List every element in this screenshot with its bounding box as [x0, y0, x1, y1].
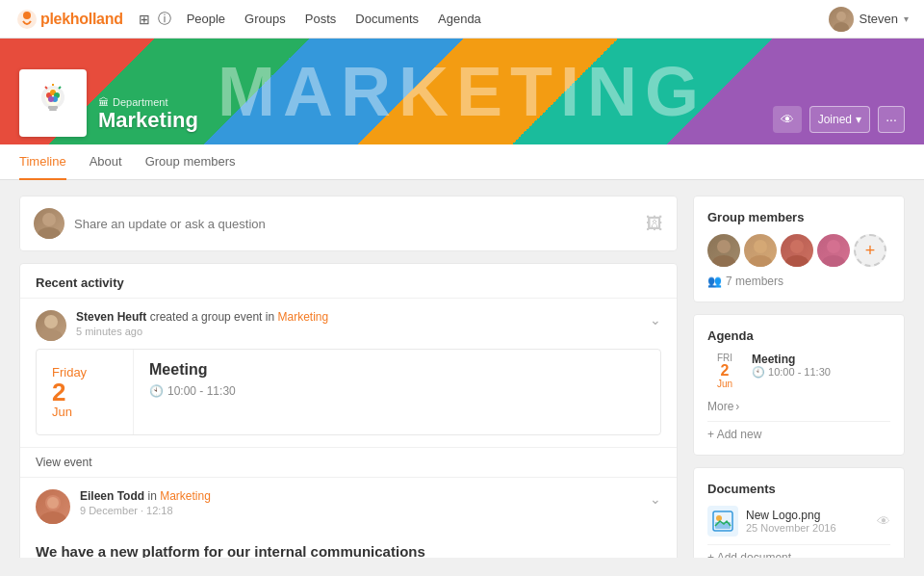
activity-text: Steven Heuft created a group event in Ma… [76, 310, 640, 324]
post-author-text: Eileen Todd in Marketing [80, 489, 640, 503]
activity-time: 5 minutes ago [76, 326, 640, 337]
add-agenda-item-button[interactable]: + Add new [707, 421, 890, 441]
share-avatar [34, 208, 64, 239]
member-avatar[interactable] [817, 234, 850, 267]
tab-group-members[interactable]: Group members [145, 144, 236, 180]
post-in-text: in [147, 489, 160, 503]
hero-actions: 👁 Joined ▾ ··· [773, 106, 905, 133]
clock-icon: 🕙 [752, 366, 765, 378]
eileen-avatar [36, 489, 70, 524]
main-layout: 🖼 Recent activity Steven Heuft [0, 180, 924, 573]
post-group-link[interactable]: Marketing [160, 489, 211, 503]
document-visibility-icon[interactable]: 👁 [877, 513, 890, 529]
member2-img [744, 234, 777, 267]
image-upload-icon[interactable]: 🖼 [646, 214, 663, 234]
view-event-link[interactable]: View event [20, 447, 677, 477]
user-menu[interactable]: Steven ▾ [829, 7, 909, 32]
building-icon: 🏛 [98, 96, 109, 108]
tab-timeline[interactable]: Timeline [19, 144, 66, 180]
document-date: 25 November 2016 [746, 522, 869, 534]
chevron-down-icon[interactable]: ⌄ [650, 310, 661, 327]
event-time: 🕙 10:00 - 11:30 [149, 384, 645, 398]
svg-line-14 [45, 87, 47, 89]
share-avatar-img [34, 208, 64, 239]
post-title: We have a new platform for our internal … [36, 543, 661, 558]
svg-point-16 [42, 213, 56, 226]
documents-title: Documents [707, 482, 890, 496]
agenda-date-num: 2 [707, 363, 742, 379]
recent-activity-header: Recent activity [20, 264, 677, 299]
nav-link-posts[interactable]: Posts [305, 12, 337, 26]
chevron-right-icon: › [735, 400, 739, 413]
grid-icon[interactable]: ⊞ [139, 12, 150, 27]
document-item: New Logo.png 25 November 2016 👁 [707, 506, 890, 537]
nav-link-documents[interactable]: Documents [355, 12, 419, 26]
tab-about[interactable]: About [90, 144, 122, 180]
group-dept-label: 🏛 Department [98, 96, 198, 108]
svg-point-1 [23, 12, 31, 19]
svg-point-2 [836, 12, 846, 21]
add-member-button[interactable]: + [854, 234, 886, 267]
agenda-event-item: Fri 2 Jun Meeting 🕙 10:00 - 11:30 [707, 353, 890, 389]
svg-rect-6 [48, 106, 58, 109]
right-column: Group members [693, 196, 905, 558]
post-content: We have a new platform for our internal … [20, 532, 677, 558]
member-avatar[interactable] [744, 234, 777, 267]
nav-link-people[interactable]: People [187, 12, 225, 26]
svg-point-38 [822, 255, 845, 267]
agenda-event-time: 🕙 10:00 - 11:30 [752, 366, 890, 379]
app-logo[interactable]: plekholland [15, 8, 123, 31]
user-name-label: Steven [860, 12, 898, 26]
svg-point-32 [712, 255, 735, 267]
activity-item-post: Eileen Todd in Marketing 9 December · 12… [20, 478, 677, 558]
nav-link-groups[interactable]: Groups [244, 12, 286, 26]
group-logo-image [26, 76, 80, 130]
event-time-range: 10:00 - 11:30 [167, 384, 236, 398]
svg-point-35 [790, 240, 804, 253]
hero-banner: MARKETING 🏛 Depart [0, 39, 924, 144]
event-date: Friday 2 Jun [37, 350, 133, 434]
member-avatar[interactable] [781, 234, 813, 267]
joined-button[interactable]: Joined ▾ [809, 106, 870, 133]
chevron-down-icon: ▾ [856, 113, 861, 126]
agenda-event-info: Meeting 🕙 10:00 - 11:30 [752, 353, 890, 389]
activity-action: created a group event in [150, 310, 278, 324]
svg-point-37 [827, 240, 840, 253]
nav-link-agenda[interactable]: Agenda [438, 12, 481, 26]
event-title: Meeting [149, 361, 645, 379]
activity-username: Steven Heuft [76, 310, 146, 324]
svg-point-18 [44, 315, 58, 328]
add-document-button[interactable]: + Add document [707, 544, 890, 558]
post-author-name: Eileen Todd [80, 489, 144, 503]
svg-point-41 [716, 515, 722, 521]
activity-group-link[interactable]: Marketing [277, 310, 328, 324]
agenda-more-link[interactable]: More › [707, 400, 739, 413]
svg-point-33 [754, 240, 767, 253]
member-avatar[interactable] [707, 234, 740, 267]
document-info: New Logo.png 25 November 2016 [746, 509, 869, 534]
agenda-month: Jun [707, 379, 742, 389]
svg-point-36 [785, 255, 808, 267]
svg-point-3 [834, 22, 849, 32]
chevron-down-icon[interactable]: ⌄ [650, 489, 661, 507]
visibility-button[interactable]: 👁 [773, 106, 802, 133]
group-info: 🏛 Department Marketing [98, 96, 198, 144]
document-thumbnail-icon [707, 506, 738, 537]
eileen-avatar-img [36, 489, 70, 524]
activity-avatar-steven [36, 310, 66, 341]
activity-item: Steven Heuft created a group event in Ma… [20, 299, 677, 478]
info-icon[interactable]: ⓘ [158, 11, 171, 28]
event-date-number: 2 [52, 380, 117, 405]
user-avatar-img [829, 7, 854, 32]
more-options-button[interactable]: ··· [878, 106, 905, 133]
joined-label: Joined [818, 113, 852, 126]
member1-img [707, 234, 740, 267]
svg-point-17 [38, 227, 61, 239]
clock-icon: 🕙 [149, 384, 164, 398]
event-card: Friday 2 Jun Meeting 🕙 10:00 - 11:30 [36, 349, 661, 435]
share-input[interactable] [74, 217, 636, 231]
recent-activity-section: Recent activity Steven Heuft created a g… [19, 263, 678, 558]
chevron-down-icon: ▾ [904, 13, 909, 24]
plek-logo-icon [15, 8, 38, 31]
post-time: 9 December · 12:18 [80, 505, 640, 516]
